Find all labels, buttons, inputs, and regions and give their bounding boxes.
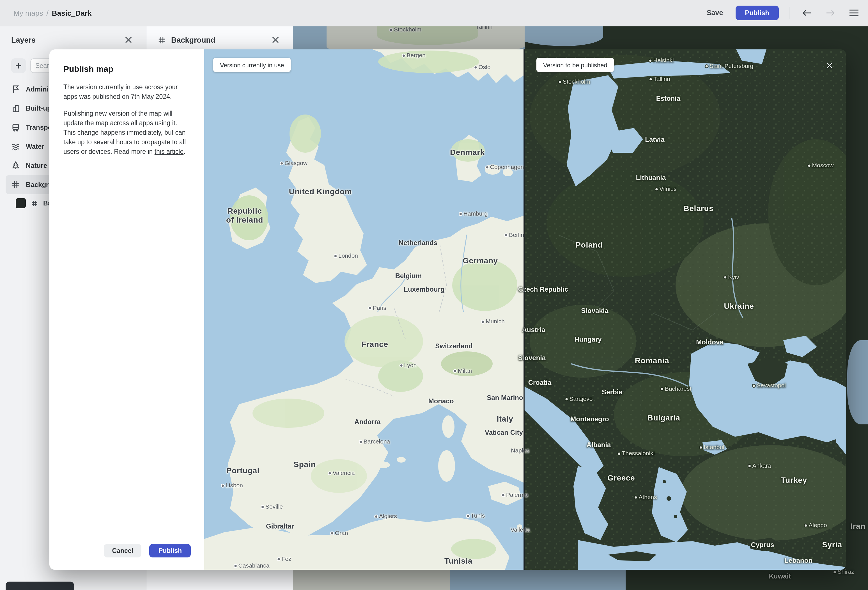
topbar-actions: Save Publish <box>701 6 868 20</box>
cancel-button[interactable]: Cancel <box>104 544 142 557</box>
dialog-title: Publish map <box>63 64 190 74</box>
building-icon <box>11 104 20 113</box>
topbar: My maps / Basic_Dark Save Publish <box>0 0 868 27</box>
layer-item-label: Water <box>26 143 44 151</box>
dialog-body-2-end: . <box>183 148 185 155</box>
map-current-version[interactable] <box>204 49 524 570</box>
tree-icon <box>11 161 20 170</box>
layers-panel-title: Layers <box>11 35 35 44</box>
redo-arrow-icon[interactable] <box>823 6 838 20</box>
new-version-badge: Version to be published <box>536 58 614 72</box>
publish-modal: Publish map The version currently in use… <box>49 49 846 570</box>
publish-button[interactable]: Publish <box>735 6 779 20</box>
version-comparison: BergenOsloGlasgowDenmarkCopenhagenUnited… <box>204 49 846 570</box>
add-layer-button[interactable] <box>11 58 26 73</box>
breadcrumb: My maps / Basic_Dark <box>0 9 92 17</box>
breadcrumb-separator: / <box>46 9 48 17</box>
water-icon <box>11 142 20 151</box>
bus-icon <box>11 123 20 132</box>
app: StockholmTallinn IranKuwaitShiraz Layers <box>0 0 868 590</box>
dialog-body-1: The version currently in use across your… <box>63 83 190 102</box>
confirm-publish-button[interactable]: Publish <box>149 544 191 557</box>
plus-icon <box>15 62 22 69</box>
layer-item-label: Built-up <box>26 104 51 112</box>
this-article-link[interactable]: this article <box>155 148 184 155</box>
grid-icon <box>31 200 38 207</box>
bottom-left-widget[interactable] <box>6 581 74 590</box>
light-map-svg <box>204 49 524 570</box>
flag-icon <box>11 85 20 94</box>
layer-item-label: Nature <box>26 162 47 170</box>
grid-icon <box>158 35 166 44</box>
map-new-version[interactable] <box>524 49 846 570</box>
menu-icon[interactable] <box>847 7 861 19</box>
breadcrumb-current: Basic_Dark <box>52 9 92 17</box>
current-version-badge: Version currently in use <box>213 58 291 72</box>
breadcrumb-root[interactable]: My maps <box>13 9 43 17</box>
background-panel-title: Background <box>171 35 216 44</box>
dark-map-svg <box>524 49 846 570</box>
background-close-icon[interactable] <box>269 34 282 46</box>
layers-close-icon[interactable] <box>122 34 135 46</box>
grid-icon <box>11 180 20 189</box>
save-button[interactable]: Save <box>701 6 729 20</box>
toolbar-divider <box>789 7 790 19</box>
compare-divider-handle[interactable] <box>524 49 525 570</box>
compare-close-icon[interactable] <box>822 58 836 72</box>
undo-arrow-icon[interactable] <box>800 6 814 20</box>
dialog-actions: Cancel Publish <box>49 544 204 557</box>
publish-dialog: Publish map The version currently in use… <box>49 49 204 570</box>
dialog-body-2: Publishing new version of the map will u… <box>63 109 190 157</box>
layer-color-swatch[interactable] <box>16 198 26 208</box>
